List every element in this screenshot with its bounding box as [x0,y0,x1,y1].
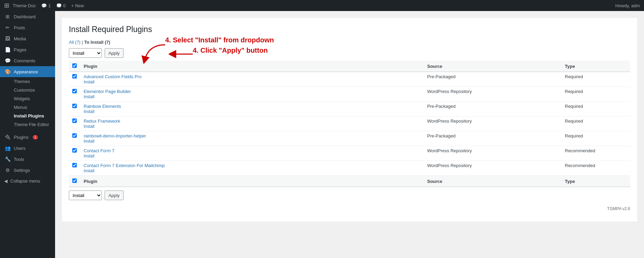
apply-button-top[interactable]: Apply [105,48,124,58]
plugin-checkbox-0[interactable] [72,74,77,79]
settings-icon: ⚙ [4,167,11,173]
table-row: Redux Framework Install WordPress Reposi… [69,116,630,131]
sidebar-item-theme-file-editor[interactable]: Theme File Editor [0,120,55,129]
sidebar-item-plugins[interactable]: 🔌 Plugins 1 [0,132,55,143]
plugin-name-link[interactable]: Rainbow Elements [84,104,121,109]
plugin-source: WordPress Repository [424,116,561,131]
plugin-type: Required [561,131,630,146]
plugin-checkbox-2[interactable] [72,104,77,108]
col-header-cb [69,61,80,72]
sidebar-item-media[interactable]: 🖼 Media [0,33,55,44]
plugin-install-link[interactable]: Install [84,154,94,158]
select-all-footer-checkbox[interactable] [72,178,77,183]
table-row: Rainbow Elements Install Pre-Packaged Re… [69,102,630,116]
plugin-install-link[interactable]: Install [84,139,94,144]
sidebar-item-appearance[interactable]: 🎨 Appearance [0,66,55,77]
plugin-source: WordPress Repository [424,161,561,176]
plugin-checkbox-4[interactable] [72,133,77,138]
plugin-install-link[interactable]: Install [84,94,94,99]
site-name[interactable]: Theme Doc [13,3,36,8]
plugin-name-link[interactable]: Contact Form 7 Extension For Mailchimp [84,163,165,168]
sidebar-item-settings[interactable]: ⚙ Settings [0,165,55,176]
comments-icon: 💬 [4,58,11,63]
bulk-action-row-bottom: Install Update Activate Deactivate Unins… [69,190,630,200]
admin-bar: ⊞ Theme Doc 💬 1 💭 0 + New Howdy, adm [0,0,644,11]
main-content: Install Required Plugins All (7) | To In… [55,11,644,258]
plugins-icon: 🔌 [4,134,11,140]
bulk-action-select-top[interactable]: Install Update Activate Deactivate Unins… [69,48,102,58]
col-footer-type: Type [561,176,630,187]
plugin-install-link[interactable]: Install [84,124,94,129]
apply-button-bottom[interactable]: Apply [105,190,124,200]
plugin-install-link[interactable]: Install [84,80,94,84]
plugin-source: Pre-Packaged [424,72,561,87]
plugin-type: Required [561,102,630,116]
plugins-badge: 1 [33,135,38,140]
posts-icon: ✏ [4,25,11,30]
select-all-checkbox[interactable] [72,63,77,68]
col-header-type: Type [561,61,630,72]
bulk-action-row-top: Install Update Activate Deactivate Unins… [69,48,630,58]
plugin-name-link[interactable]: Advanced Custom Fields Pro [84,74,141,79]
plugin-source: WordPress Repository [424,146,561,161]
plugin-type: Required [561,116,630,131]
adminbar-speech[interactable]: 💭 0 [56,3,65,8]
plugin-type: Required [561,87,630,102]
table-row: Contact Form 7 Install WordPress Reposit… [69,146,630,161]
collapse-menu-button[interactable]: ◀ Collapse menu [0,176,55,186]
sidebar-item-customize[interactable]: Customize [0,86,55,94]
bulk-action-select-bottom[interactable]: Install Update Activate Deactivate Unins… [69,190,102,200]
filter-to-install[interactable]: To Install (7) [84,40,110,45]
plugins-table: Plugin Source Type Advanced Custom Field… [69,61,630,187]
plugin-type: Recommended [561,161,630,176]
filter-bar: All (7) | To Install (7) [69,40,630,45]
plugin-checkbox-1[interactable] [72,89,77,93]
sidebar-item-posts[interactable]: ✏ Posts [0,22,55,33]
wp-logo-icon[interactable]: ⊞ [4,2,9,9]
plugin-name-link[interactable]: Elementor Page Builder [84,89,131,94]
sidebar-item-themes[interactable]: Themes [0,77,55,86]
adminbar-howdy: Howdy, adm [615,3,640,8]
sidebar-item-comments[interactable]: 💬 Comments [0,55,55,66]
plugin-source: Pre-Packaged [424,102,561,116]
sidebar-item-pages[interactable]: 📄 Pages [0,44,55,55]
media-icon: 🖼 [4,36,11,41]
plugin-checkbox-5[interactable] [72,148,77,153]
plugin-source: Pre-Packaged [424,131,561,146]
users-icon: 👥 [4,145,11,151]
adminbar-comments[interactable]: 💬 1 [41,3,51,8]
plugin-type: Required [561,72,630,87]
adminbar-site[interactable]: Theme Doc 💬 1 💭 0 + New [13,3,84,8]
col-header-source: Source [424,61,561,72]
plugin-name-link[interactable]: Redux Framework [84,118,120,124]
pages-icon: 📄 [4,47,11,52]
dashboard-icon: ⊞ [4,14,11,19]
admin-sidebar: ⊞ Dashboard ✏ Posts 🖼 Media 📄 Pages 💬 Co… [0,11,55,258]
speech-icon: 💭 [56,3,62,8]
plugin-checkbox-3[interactable] [72,118,77,123]
table-row: Advanced Custom Fields Pro Install Pre-P… [69,72,630,87]
comment-icon: 💬 [41,3,47,8]
collapse-icon: ◀ [4,178,8,184]
plugin-name-link[interactable]: Contact Form 7 [84,148,115,153]
sidebar-item-users[interactable]: 👥 Users [0,143,55,154]
plugin-install-link[interactable]: Install [84,168,94,173]
sidebar-item-menus[interactable]: Menus [0,103,55,112]
table-row: Contact Form 7 Extension For Mailchimp I… [69,161,630,176]
plugin-source: WordPress Repository [424,87,561,102]
sidebar-item-dashboard[interactable]: ⊞ Dashboard [0,11,55,22]
plugin-checkbox-6[interactable] [72,163,77,167]
sidebar-item-install-plugins[interactable]: Install Plugins [0,112,55,120]
tgmpa-footer: TGMPA v2.6 [69,203,630,215]
plugin-type: Recommended [561,146,630,161]
plugin-install-link[interactable]: Install [84,109,94,114]
sidebar-item-tools[interactable]: 🔧 Tools [0,154,55,165]
col-footer-cb [69,176,80,187]
table-row: Elementor Page Builder Install WordPress… [69,87,630,102]
page-wrap: Install Required Plugins All (7) | To In… [62,18,637,221]
plugin-name-link[interactable]: rainbowit-demo-importer-helper [84,133,146,138]
filter-all[interactable]: All (7) [69,40,81,45]
tools-icon: 🔧 [4,156,11,162]
adminbar-new[interactable]: + New [71,3,84,8]
sidebar-item-widgets[interactable]: Widgets [0,94,55,103]
